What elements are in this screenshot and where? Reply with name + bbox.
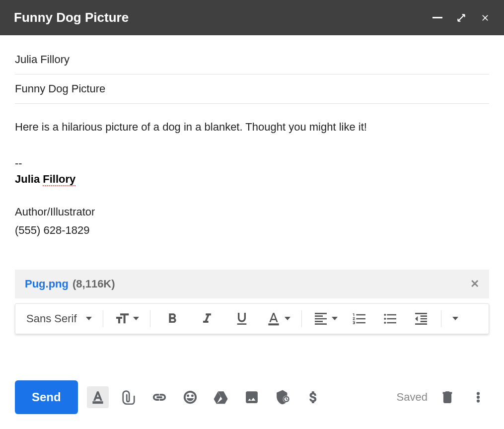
window-header: Funny Dog Picture: [0, 0, 504, 35]
attachment-name: Pug.png: [25, 278, 69, 290]
font-family-selector[interactable]: Sans Serif: [21, 309, 97, 328]
align-button[interactable]: [308, 308, 343, 330]
insert-link-button[interactable]: [148, 386, 170, 408]
divider: [103, 310, 103, 327]
signature-last-name: Fillory: [43, 173, 75, 186]
confidential-mode-button[interactable]: [272, 386, 293, 408]
indent-decrease-button[interactable]: [407, 308, 435, 330]
format-toolbar: Sans Serif: [15, 303, 489, 334]
italic-button[interactable]: [191, 308, 223, 330]
chevron-down-icon: [452, 317, 458, 320]
font-size-button[interactable]: [109, 308, 144, 330]
attach-file-button[interactable]: [118, 386, 140, 408]
window-title: Funny Dog Picture: [14, 10, 129, 25]
insert-photo-button[interactable]: [241, 386, 263, 408]
chevron-down-icon: [86, 317, 92, 320]
remove-attachment-icon[interactable]: ✕: [470, 278, 479, 290]
minimize-icon[interactable]: [432, 17, 442, 18]
attachment-chip[interactable]: Pug.png (8,116K) ✕: [15, 270, 489, 298]
attachment-size: (8,116K): [72, 278, 115, 290]
signature-name: Julia Fillory: [15, 173, 75, 186]
saved-label: Saved: [397, 391, 428, 404]
svg-rect-0: [268, 323, 279, 325]
insert-drive-button[interactable]: [210, 386, 232, 408]
numbered-list-button[interactable]: [346, 308, 373, 330]
bold-button[interactable]: [156, 308, 188, 330]
signature-divider: --: [15, 157, 489, 170]
to-field[interactable]: Julia Fillory: [15, 45, 489, 74]
signature-first-name: Julia: [15, 173, 40, 185]
bottom-toolbar: Send Saved: [0, 380, 504, 429]
signature-phone: (555) 628-1829: [15, 221, 489, 239]
body-text: Here is a hilarious picture of a dog in …: [15, 104, 489, 140]
insert-money-button[interactable]: [302, 386, 324, 408]
chevron-down-icon: [285, 317, 290, 320]
compose-content: Julia Fillory Funny Dog Picture Here is …: [0, 35, 504, 365]
window-actions: [432, 13, 490, 23]
chevron-down-icon: [332, 317, 338, 320]
body-area[interactable]: Here is a hilarious picture of a dog in …: [15, 104, 489, 240]
subject-field[interactable]: Funny Dog Picture: [15, 74, 489, 104]
font-family-label: Sans Serif: [26, 312, 77, 325]
fullscreen-icon[interactable]: [456, 13, 466, 23]
discard-draft-button[interactable]: [436, 386, 458, 408]
compose-window: Funny Dog Picture Julia Fillory Funny Do…: [0, 0, 504, 429]
text-color-button[interactable]: [261, 308, 295, 330]
svg-rect-1: [93, 402, 103, 404]
chevron-down-icon: [133, 317, 139, 320]
insert-emoji-button[interactable]: [179, 386, 201, 408]
divider: [150, 310, 150, 327]
attachment-info: Pug.png (8,116K): [25, 278, 115, 290]
signature-title: Author/Illustrator: [15, 203, 489, 221]
formatting-toggle-button[interactable]: [87, 386, 109, 408]
send-button[interactable]: Send: [15, 380, 78, 414]
bulleted-list-button[interactable]: [376, 308, 404, 330]
more-formatting-button[interactable]: [447, 314, 463, 323]
divider: [441, 310, 441, 327]
more-options-button[interactable]: [467, 386, 489, 408]
divider: [301, 310, 302, 327]
close-icon[interactable]: [480, 13, 490, 23]
underline-button[interactable]: [226, 308, 258, 330]
signature-block: Author/Illustrator (555) 628-1829: [15, 203, 489, 240]
